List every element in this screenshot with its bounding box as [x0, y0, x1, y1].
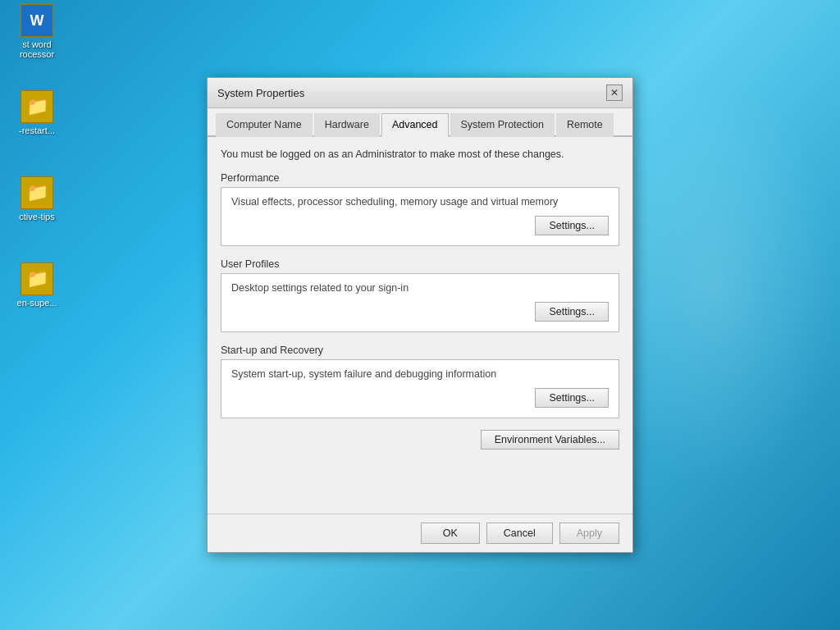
- tab-advanced[interactable]: Advanced: [381, 113, 449, 137]
- ok-button[interactable]: OK: [421, 523, 480, 544]
- close-button[interactable]: ✕: [606, 84, 623, 101]
- tab-bar: Computer Name Hardware Advanced System P…: [208, 108, 632, 137]
- startup-title: Start-up and Recovery: [221, 345, 323, 356]
- cancel-button[interactable]: Cancel: [486, 523, 553, 544]
- system-properties-dialog: System Properties ✕ Computer Name Hardwa…: [207, 77, 633, 553]
- performance-settings-button[interactable]: Settings...: [535, 216, 609, 235]
- tab-remote[interactable]: Remote: [556, 113, 614, 137]
- performance-section: Visual effects, processor scheduling, me…: [221, 187, 619, 246]
- user-profiles-btn-row: Settings...: [231, 302, 609, 322]
- tab-system-protection[interactable]: System Protection: [450, 113, 555, 137]
- user-profiles-settings-button[interactable]: Settings...: [535, 302, 609, 322]
- startup-desc: System start-up, system failure and debu…: [231, 368, 609, 380]
- performance-btn-row: Settings...: [231, 216, 609, 235]
- title-bar-controls: ✕: [606, 84, 623, 101]
- env-btn-row: Environment Variables...: [221, 430, 619, 450]
- performance-title: Performance: [221, 172, 280, 184]
- admin-notice: You must be logged on as an Administrato…: [221, 148, 619, 160]
- startup-btn-row: Settings...: [231, 388, 609, 408]
- performance-section-label: Performance: [221, 171, 619, 184]
- startup-section-label: Start-up and Recovery: [221, 344, 619, 356]
- title-bar: System Properties ✕: [208, 78, 632, 108]
- startup-section: System start-up, system failure and debu…: [221, 359, 619, 418]
- user-profiles-title: User Profiles: [221, 258, 280, 270]
- startup-settings-button[interactable]: Settings...: [535, 388, 609, 408]
- apply-button[interactable]: Apply: [559, 523, 619, 544]
- dialog-overlay: System Properties ✕ Computer Name Hardwa…: [0, 0, 840, 630]
- dialog-title: System Properties: [217, 87, 304, 99]
- user-profiles-desc: Desktop settings related to your sign-in: [231, 282, 609, 294]
- tab-computer-name[interactable]: Computer Name: [216, 113, 313, 137]
- performance-desc: Visual effects, processor scheduling, me…: [231, 196, 609, 208]
- environment-variables-button[interactable]: Environment Variables...: [481, 430, 619, 450]
- user-profiles-section-label: User Profiles: [221, 258, 619, 270]
- user-profiles-section: Desktop settings related to your sign-in…: [221, 273, 619, 332]
- tab-hardware[interactable]: Hardware: [314, 113, 380, 137]
- dialog-content: You must be logged on as an Administrato…: [208, 137, 632, 514]
- dialog-footer: OK Cancel Apply: [208, 514, 632, 552]
